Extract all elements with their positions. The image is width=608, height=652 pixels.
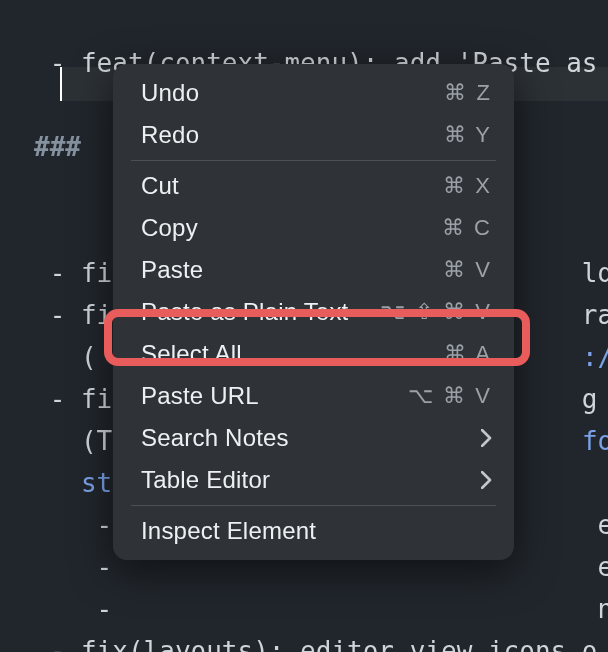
menu-separator [131,505,496,506]
menu-item-search-notes[interactable]: Search Notes [113,417,514,459]
menu-item-inspect-element[interactable]: Inspect Element [113,510,514,552]
code-line: - fix(layouts): editor view icons o [34,636,598,652]
menu-shortcut: ⌘ Y [444,122,492,148]
menu-label: Select All [141,340,242,368]
menu-item-paste-as-plain-text[interactable]: Paste as Plain Text ⌥ ⇧ ⌘ V [113,291,514,333]
menu-shortcut: ⌘ Z [444,80,492,106]
menu-item-paste-url[interactable]: Paste URL ⌥ ⌘ V [113,375,514,417]
menu-item-undo[interactable]: Undo ⌘ Z [113,72,514,114]
chevron-right-icon [481,471,492,489]
menu-label: Undo [141,79,199,107]
link-fragment: st [81,468,112,498]
menu-label: Copy [141,214,198,242]
menu-shortcut: ⌘ C [442,215,492,241]
menu-shortcut: ⌘ A [444,341,492,367]
menu-label: Paste as Plain Text [141,298,348,326]
chevron-right-icon [481,429,492,447]
menu-item-select-all[interactable]: Select All ⌘ A [113,333,514,375]
menu-item-copy[interactable]: Copy ⌘ C [113,207,514,249]
code-line: - n fa [34,594,608,624]
menu-shortcut: ⌥ ⇧ ⌘ V [380,299,492,325]
menu-item-cut[interactable]: Cut ⌘ X [113,165,514,207]
menu-label: Paste [141,256,203,284]
menu-item-table-editor[interactable]: Table Editor [113,459,514,501]
menu-shortcut: ⌘ V [443,257,492,283]
menu-label: Cut [141,172,179,200]
menu-label: Redo [141,121,199,149]
menu-label: Paste URL [141,382,259,410]
menu-item-paste[interactable]: Paste ⌘ V [113,249,514,291]
menu-item-redo[interactable]: Redo ⌘ Y [113,114,514,156]
menu-shortcut: ⌥ ⌘ V [408,383,492,409]
link-fragment: ://f [582,342,608,372]
code-line: st [34,468,112,498]
menu-shortcut: ⌘ X [443,173,492,199]
menu-label: Table Editor [141,466,270,494]
link-fragment: forum [582,426,608,456]
menu-label: Search Notes [141,424,289,452]
menu-separator [131,160,496,161]
markdown-heading-hashes: ### [34,132,81,162]
context-menu: Undo ⌘ Z Redo ⌘ Y Cut ⌘ X Copy ⌘ C Paste… [113,64,514,560]
menu-label: Inspect Element [141,517,316,545]
